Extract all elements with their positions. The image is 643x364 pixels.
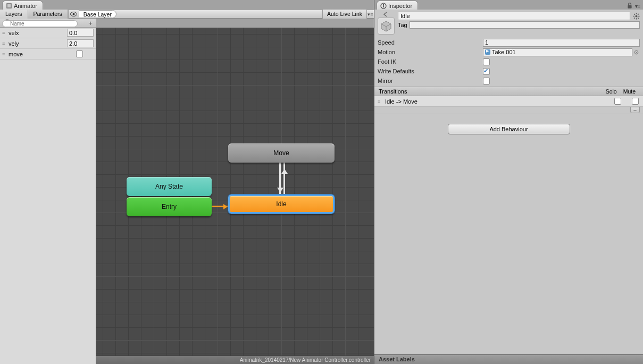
inspector-tab-bar: Inspector ▾≡: [374, 0, 643, 10]
transitions-footer: −: [374, 107, 643, 114]
animator-icon: [6, 3, 12, 9]
svg-rect-5: [383, 5, 384, 7]
back-icon[interactable]: [382, 12, 390, 17]
gear-icon[interactable]: [632, 12, 640, 20]
parameters-tab[interactable]: Parameters: [28, 10, 68, 19]
param-value-input[interactable]: [67, 29, 94, 37]
object-picker-icon[interactable]: ⊙: [632, 48, 640, 56]
writedefaults-checkbox[interactable]: [483, 68, 490, 75]
param-name: vely: [7, 40, 67, 47]
auto-live-link-button[interactable]: Auto Live Link: [322, 10, 366, 19]
drag-handle-icon[interactable]: ≡: [2, 30, 7, 36]
param-row[interactable]: ≡ move: [0, 49, 96, 60]
add-parameter-button[interactable]: +: [87, 19, 94, 27]
svg-rect-7: [628, 5, 631, 9]
inspector-tab-label: Inspector: [388, 3, 412, 9]
transition-label: Idle -> Move: [383, 98, 609, 105]
svg-line-18: [634, 18, 635, 19]
svg-point-3: [72, 13, 74, 15]
motion-object-field[interactable]: Take 001: [483, 48, 632, 56]
motion-value: Take 001: [492, 49, 516, 55]
svg-point-10: [635, 15, 637, 17]
drag-handle-icon[interactable]: ≡: [2, 52, 7, 57]
lock-icon[interactable]: [627, 3, 633, 9]
parameter-search-input[interactable]: [2, 20, 78, 27]
layers-tab[interactable]: Layers: [0, 10, 28, 19]
mirror-checkbox[interactable]: [483, 78, 490, 84]
move-state-node[interactable]: Move: [228, 143, 335, 163]
svg-line-16: [638, 18, 639, 19]
mute-column-label: Mute: [623, 88, 636, 95]
param-name: velx: [7, 30, 67, 36]
animator-tab[interactable]: Animator: [2, 1, 43, 10]
remove-transition-button[interactable]: −: [630, 107, 640, 113]
motion-label: Motion: [378, 49, 483, 55]
graph-footer-path: Animatrik_20140217/New Animator Controll…: [96, 355, 374, 364]
transitions-section: Transitions Solo Mute ≡ Idle -> Move −: [374, 87, 643, 114]
drag-handle-icon[interactable]: ≡: [378, 99, 383, 104]
inspector-properties: Speed Motion Take 001 ⊙ Foot IK Write De…: [374, 37, 643, 87]
svg-line-15: [634, 14, 635, 15]
asset-labels-header[interactable]: Asset Labels: [374, 354, 643, 364]
footik-label: Foot IK: [378, 58, 483, 65]
transition-solo-checkbox[interactable]: [614, 98, 621, 105]
speed-field[interactable]: [483, 39, 640, 47]
transitions-header: Transitions Solo Mute: [374, 87, 643, 96]
animator-toolbar: Layers Parameters Base Layer Auto Live L…: [0, 10, 374, 19]
param-row[interactable]: ≡ velx: [0, 28, 96, 38]
solo-column-label: Solo: [606, 88, 617, 95]
arrow-icon: [281, 166, 288, 174]
transition-entry-idle[interactable]: [212, 206, 230, 207]
transition-mute-checkbox[interactable]: [632, 98, 639, 105]
info-icon: [380, 3, 387, 9]
footik-checkbox[interactable]: [483, 58, 490, 65]
animator-tab-bar: Animator: [0, 0, 374, 10]
svg-point-6: [383, 4, 384, 5]
animator-tab-label: Animator: [14, 3, 37, 9]
mirror-label: Mirror: [378, 78, 483, 84]
motion-clip-icon: [485, 49, 490, 55]
speed-label: Speed: [378, 39, 483, 46]
inspector-header: Tag: [374, 10, 643, 37]
transition-row[interactable]: ≡ Idle -> Move: [374, 96, 643, 107]
svg-line-17: [638, 14, 639, 15]
inspector-body: Tag Speed Motion Take 001 ⊙ Foot IK: [374, 10, 643, 364]
panel-menu-icon[interactable]: ▾≡: [634, 3, 641, 9]
tag-label: Tag: [398, 22, 407, 28]
animator-body: ≡ velx ≡ vely ≡ move Any State Ent: [0, 28, 374, 364]
state-name-field[interactable]: [398, 12, 630, 20]
inspector-empty-space: [374, 134, 643, 354]
param-row[interactable]: ≡ vely: [0, 38, 96, 49]
inspector-tab[interactable]: Inspector: [377, 1, 418, 10]
visibility-toggle[interactable]: [68, 10, 79, 19]
add-behaviour-button[interactable]: Add Behaviour: [448, 124, 570, 134]
drag-handle-icon[interactable]: ≡: [2, 41, 7, 46]
parameter-search-row: +: [0, 19, 96, 28]
entry-node[interactable]: Entry: [127, 197, 212, 216]
panel-menu-icon[interactable]: ▾≡: [366, 10, 374, 19]
idle-state-node[interactable]: Idle: [228, 194, 335, 214]
transitions-title: Transitions: [379, 88, 407, 95]
any-state-node[interactable]: Any State: [127, 177, 212, 196]
state-type-icon: [378, 18, 395, 35]
animator-panel: Animator Layers Parameters Base Layer Au…: [0, 0, 374, 364]
param-value-input[interactable]: [67, 39, 94, 47]
state-machine-graph[interactable]: Any State Entry Move Idle Animatrik_2014…: [96, 28, 374, 364]
writedefaults-label: Write Defaults: [378, 68, 483, 74]
tag-field[interactable]: [410, 21, 640, 29]
svg-rect-1: [7, 4, 11, 7]
param-name: move: [7, 51, 76, 57]
parameters-panel: ≡ velx ≡ vely ≡ move: [0, 28, 96, 364]
inspector-panel: Inspector ▾≡: [374, 0, 643, 364]
param-bool-checkbox[interactable]: [76, 50, 83, 57]
layer-breadcrumb[interactable]: Base Layer: [79, 10, 116, 18]
